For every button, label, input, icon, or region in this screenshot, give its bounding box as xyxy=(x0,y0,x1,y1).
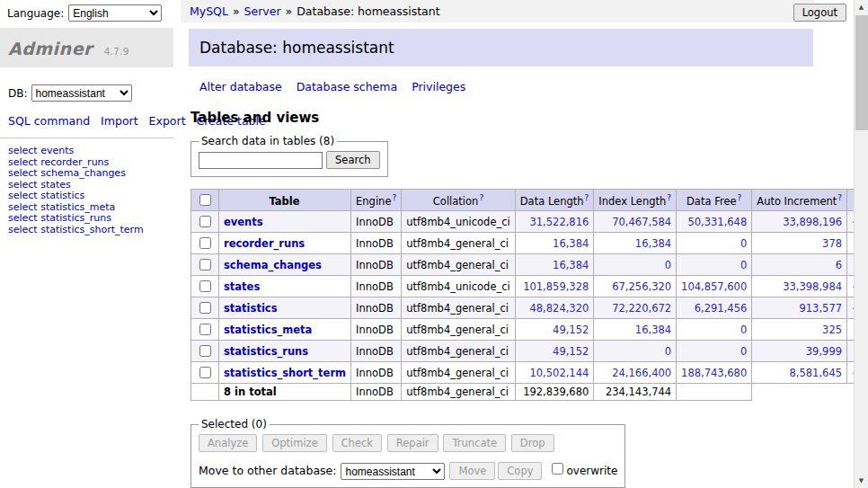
data-free-cell[interactable]: 188,743,680 xyxy=(677,362,752,384)
row-checkbox[interactable] xyxy=(199,280,211,292)
tables-heading: Tables and views xyxy=(190,110,854,126)
overwrite-label[interactable]: overwrite xyxy=(566,465,617,477)
data-length-cell[interactable]: 48,824,320 xyxy=(515,297,594,319)
scrollbar-thumb[interactable] xyxy=(855,15,868,130)
selected-action-button[interactable]: Repair xyxy=(387,434,438,452)
table-name-link[interactable]: events xyxy=(224,216,263,228)
row-checkbox[interactable] xyxy=(199,345,211,357)
data-length-cell[interactable]: 10,502,144 xyxy=(515,362,594,384)
move-db-select[interactable]: homeassistant xyxy=(341,463,445,480)
auto-increment-cell[interactable]: 39,999 xyxy=(752,341,847,362)
column-help-link[interactable]: ? xyxy=(738,193,742,202)
breadcrumb-link-server[interactable]: Server xyxy=(244,4,281,18)
column-help-link[interactable]: ? xyxy=(479,193,483,202)
index-length-cell[interactable]: 16,384 xyxy=(594,319,677,341)
data-length-cell[interactable]: 49,152 xyxy=(515,319,594,341)
data-length-cell[interactable]: 49,152 xyxy=(515,341,594,362)
breadcrumb-link-mysql[interactable]: MySQL xyxy=(190,4,228,18)
row-checkbox[interactable] xyxy=(199,302,211,314)
index-length-cell[interactable]: 67,256,320 xyxy=(594,276,677,297)
column-help-link[interactable]: ? xyxy=(585,193,589,202)
index-length-cell[interactable]: 70,467,584 xyxy=(594,211,677,233)
column-header-label: Data Free xyxy=(686,194,737,207)
rows-count-cell[interactable]: ~ 3 xyxy=(847,254,854,276)
data-free-cell[interactable]: 0 xyxy=(677,233,752,254)
rows-count-cell[interactable]: ~ 628 xyxy=(847,341,854,362)
scroll-up-arrow[interactable]: ▲ xyxy=(855,0,868,14)
auto-increment-cell[interactable]: 6 xyxy=(752,254,847,276)
rows-count-cell[interactable]: ~ 299,833 xyxy=(847,276,854,297)
column-help-link[interactable]: ? xyxy=(392,193,396,202)
search-input[interactable] xyxy=(199,152,323,169)
rows-count-cell[interactable]: ~ 136,108 xyxy=(847,362,854,384)
table-name-link[interactable]: statistics_short_term xyxy=(224,367,346,379)
auto-increment-cell[interactable]: 378 xyxy=(752,233,847,254)
logout-button[interactable] xyxy=(793,4,846,22)
selected-action-button[interactable]: Drop xyxy=(511,434,554,452)
row-checkbox[interactable] xyxy=(199,324,211,335)
auto-increment-cell[interactable]: 325 xyxy=(752,319,847,341)
copy-button[interactable]: Copy xyxy=(498,462,542,480)
scroll-down-arrow[interactable]: ▼ xyxy=(855,474,868,488)
index-length-cell[interactable]: 72,220,672 xyxy=(594,297,677,319)
db-select[interactable]: homeassistant xyxy=(31,84,132,102)
index-length-cell[interactable]: 0 xyxy=(594,341,677,362)
rows-count-cell[interactable]: ~ 569,159 xyxy=(847,297,854,319)
data-free-cell[interactable]: 0 xyxy=(677,254,752,276)
index-length-cell[interactable]: 16,384 xyxy=(594,233,677,254)
sidebar-select-link[interactable]: select schema_changes xyxy=(8,168,173,180)
index-length-cell[interactable]: 0 xyxy=(594,254,677,276)
rows-count-cell[interactable]: ~ 244 xyxy=(847,319,854,341)
auto-increment-cell[interactable]: 913,577 xyxy=(752,297,847,319)
rows-count-cell[interactable]: ~ 5 xyxy=(847,233,854,254)
column-help-link[interactable]: ? xyxy=(837,193,842,202)
index-length-cell[interactable]: 24,166,400 xyxy=(594,362,677,384)
privileges-link[interactable]: Privileges xyxy=(412,80,465,93)
table-name-link[interactable]: recorder_runs xyxy=(224,237,305,250)
row-checkbox[interactable] xyxy=(199,237,211,249)
data-length-cell[interactable]: 101,859,328 xyxy=(515,276,594,297)
row-checkbox[interactable] xyxy=(199,367,211,378)
scrollbar[interactable]: ▲ ▼ xyxy=(854,0,868,488)
data-length-cell[interactable]: 31,522,816 xyxy=(515,211,594,233)
data-length-cell[interactable]: 16,384 xyxy=(515,254,594,276)
selected-action-button[interactable]: Truncate xyxy=(443,434,506,452)
sidebar-select-link[interactable]: select statistics_runs xyxy=(8,213,173,225)
row-checkbox[interactable] xyxy=(199,216,211,227)
selected-action-button[interactable]: Analyze xyxy=(199,434,257,452)
alter-database-link[interactable]: Alter database xyxy=(199,80,282,93)
selected-action-button[interactable]: Check xyxy=(332,434,382,452)
data-free-cell[interactable]: 0 xyxy=(677,341,752,362)
data-length-cell[interactable]: 16,384 xyxy=(515,233,594,254)
engine-cell: InnoDB xyxy=(351,211,402,233)
sidebar-select-link[interactable]: select statistics xyxy=(8,191,173,202)
auto-increment-cell[interactable]: 33,898,196 xyxy=(752,211,847,233)
table-name-link[interactable]: statistics xyxy=(224,302,278,315)
auto-increment-cell[interactable]: 33,398,984 xyxy=(752,276,847,297)
data-free-cell[interactable]: 6,291,456 xyxy=(677,297,752,319)
table-name-link[interactable]: schema_changes xyxy=(224,259,322,271)
table-name-link[interactable]: states xyxy=(224,280,260,293)
sidebar-link-import[interactable]: Import xyxy=(101,114,138,128)
row-checkbox[interactable] xyxy=(199,259,211,271)
table-name-link[interactable]: statistics_runs xyxy=(224,345,308,358)
database-schema-link[interactable]: Database schema xyxy=(297,80,397,93)
column-help-link[interactable]: ? xyxy=(667,193,671,202)
search-button[interactable]: Search xyxy=(326,151,380,169)
table-name-link[interactable]: statistics_meta xyxy=(224,324,312,336)
auto-increment-cell[interactable]: 8,581,645 xyxy=(752,362,847,384)
data-free-cell[interactable]: 0 xyxy=(677,319,752,341)
move-button[interactable]: Move xyxy=(449,462,495,480)
data-free-cell[interactable]: 104,857,600 xyxy=(677,276,752,297)
data-free-cell[interactable]: 50,331,648 xyxy=(677,211,752,233)
selected-action-button[interactable]: Optimize xyxy=(262,434,327,452)
language-select[interactable]: English xyxy=(68,4,162,22)
engine-cell: InnoDB xyxy=(351,297,402,319)
overwrite-checkbox[interactable] xyxy=(552,463,563,475)
rows-count-cell[interactable]: ~ 312,180 xyxy=(847,211,854,233)
sidebar-select-link[interactable]: select events xyxy=(8,146,173,157)
column-header: Rows? xyxy=(847,190,854,211)
sidebar-link-sql-command[interactable]: SQL command xyxy=(8,114,90,128)
sidebar-select-link[interactable]: select statistics_short_term xyxy=(8,225,173,236)
select-all-checkbox[interactable] xyxy=(199,194,211,206)
